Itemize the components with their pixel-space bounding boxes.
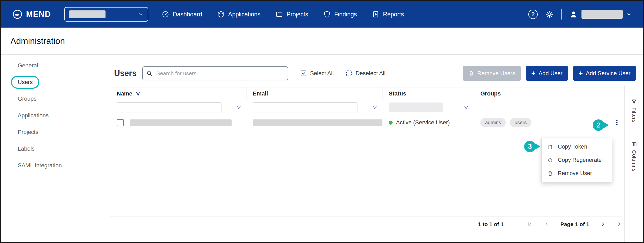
filter-funnel-icon[interactable] <box>464 105 469 110</box>
mend-logo[interactable]: MEND <box>13 9 51 19</box>
columns-rail-label: Columns <box>631 150 637 171</box>
user-row-groups-cell: admins users <box>474 115 612 130</box>
users-toolbar: Users Select All <box>114 66 636 81</box>
navbar-item-applications[interactable]: Applications <box>217 11 261 18</box>
nav-label: Projects <box>287 11 308 18</box>
top-navbar: MEND Dashboard Appli <box>1 1 643 28</box>
sidebar-item-label: Projects <box>18 129 38 136</box>
last-page-button[interactable] <box>617 221 623 227</box>
chevron-down-icon <box>626 12 631 17</box>
row-context-menu: Copy Token Copy Regenerate Remove User <box>541 138 612 182</box>
columns-panel-toggle[interactable]: Columns <box>631 141 637 171</box>
user-row-name-cell <box>110 115 246 130</box>
column-header-name: Name <box>110 87 246 100</box>
annotation-step-3-number: 3 <box>528 143 532 151</box>
nav-label: Findings <box>334 11 357 18</box>
sidebar-item-projects[interactable]: Projects <box>1 124 100 140</box>
search-icon <box>146 70 153 76</box>
column-label: Groups <box>480 90 501 97</box>
kebab-menu-icon <box>614 119 620 126</box>
sidebar-item-general[interactable]: General <box>1 57 100 74</box>
sidebar-item-applications[interactable]: Applications <box>1 107 100 124</box>
right-rail: Filters Columns <box>624 86 643 242</box>
sidebar-item-groups[interactable]: Groups <box>1 91 100 107</box>
app-window: MEND Dashboard Appli <box>0 0 644 243</box>
user-row-status-cell: Active (Service User) <box>382 115 474 130</box>
redacted-user-menu-name <box>581 10 623 19</box>
sidebar-item-label: Groups <box>18 95 36 102</box>
filters-panel-toggle[interactable]: Filters <box>631 99 637 123</box>
menu-item-copy-regenerate[interactable]: Copy Regenerate <box>542 154 612 167</box>
trash-icon <box>468 71 474 76</box>
nav-label: Reports <box>383 11 404 18</box>
add-user-button[interactable]: + Add User <box>526 66 568 81</box>
name-filter-cell <box>110 100 246 115</box>
users-highlight-annotation: Users <box>11 76 39 89</box>
sidebar-item-saml-integration[interactable]: SAML Integration <box>1 157 100 174</box>
gear-icon <box>546 10 553 18</box>
previous-page-button[interactable] <box>544 221 549 227</box>
sidebar-item-label: SAML Integration <box>18 162 62 169</box>
page-title: Administration <box>10 36 65 46</box>
menu-item-label: Copy Regenerate <box>558 157 602 163</box>
search-input[interactable] <box>156 70 284 77</box>
deselect-all-label: Deselect All <box>356 70 386 77</box>
user-row: Active (Service User) admins users <box>110 115 622 130</box>
annotation-step-2-number: 2 <box>596 121 600 129</box>
row-checkbox[interactable] <box>117 119 124 126</box>
name-filter-input[interactable] <box>117 103 221 112</box>
select-all-button[interactable]: Select All <box>300 70 334 77</box>
menu-item-copy-token[interactable]: Copy Token <box>542 140 612 154</box>
primary-nav: Dashboard Applications Projects <box>162 11 404 18</box>
sidebar-item-label: General <box>18 62 38 69</box>
table-filter-row <box>110 100 622 115</box>
sidebar-item-users[interactable]: Users <box>1 74 100 91</box>
select-all-icon <box>300 70 307 77</box>
page-header: Administration <box>1 28 643 55</box>
actions-filter-cell <box>612 100 622 115</box>
annotation-step-3: 3 <box>524 141 536 152</box>
filter-funnel-icon[interactable] <box>135 91 141 96</box>
group-badge-admins: admins <box>480 118 506 127</box>
navbar-item-projects[interactable]: Projects <box>276 11 308 18</box>
status-filter-input <box>389 103 443 112</box>
dashboard-icon <box>162 11 169 18</box>
help-button[interactable]: ? <box>528 10 538 19</box>
reports-icon <box>372 11 379 18</box>
sidebar-item-labels[interactable]: Labels <box>1 140 100 157</box>
column-header-email: Email <box>246 87 382 100</box>
org-selector-dropdown[interactable] <box>64 7 148 22</box>
remove-users-label: Remove Users <box>477 70 515 77</box>
filter-funnel-icon[interactable] <box>236 105 241 110</box>
toolbar-buttons: Remove Users + Add User + Add Service Us… <box>463 66 636 81</box>
email-filter-input[interactable] <box>253 103 357 112</box>
navbar-item-findings[interactable]: Findings <box>323 11 357 18</box>
deselect-all-button[interactable]: Deselect All <box>346 70 386 77</box>
column-header-actions <box>612 87 622 100</box>
group-badge-users: users <box>510 118 531 127</box>
filter-funnel-icon[interactable] <box>372 105 377 110</box>
remove-users-button[interactable]: Remove Users <box>463 66 521 81</box>
navbar-item-dashboard[interactable]: Dashboard <box>162 11 202 18</box>
redacted-org-name <box>69 10 106 18</box>
row-actions-kebab[interactable] <box>614 119 620 126</box>
navbar-item-reports[interactable]: Reports <box>372 11 404 18</box>
regenerate-icon <box>547 157 553 163</box>
admin-sidebar: General Users Groups Applications Projec… <box>1 55 100 242</box>
settings-button[interactable] <box>546 10 553 18</box>
menu-item-remove-user[interactable]: Remove User <box>542 167 612 180</box>
navbar-right-cluster: ? <box>528 9 631 20</box>
users-heading: Users <box>114 69 137 78</box>
pagination-controls: Page 1 of 1 <box>527 221 623 227</box>
add-service-user-button[interactable]: + Add Service User <box>573 66 636 81</box>
first-page-icon <box>527 221 533 227</box>
projects-icon <box>276 11 283 18</box>
trash-icon <box>547 171 553 176</box>
next-page-button[interactable] <box>600 221 606 227</box>
clipboard-icon <box>547 144 553 150</box>
user-menu[interactable] <box>569 10 631 19</box>
first-page-button[interactable] <box>527 221 533 227</box>
column-header-groups: Groups <box>474 87 612 100</box>
status-filter-cell <box>382 100 474 115</box>
column-label: Email <box>253 90 268 97</box>
